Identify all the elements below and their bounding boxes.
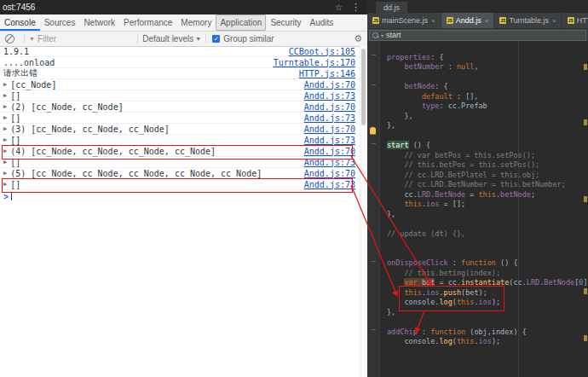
group-similar-checkbox[interactable]: ✓	[212, 35, 220, 43]
source-link[interactable]: HTTP.js:146	[299, 69, 360, 78]
fold-marker[interactable]	[372, 143, 376, 144]
error-stripe-mark[interactable]	[584, 196, 587, 202]
console-message: (3) [cc_Node, cc_Node, cc_Node]	[10, 125, 170, 134]
disclosure-triangle-icon[interactable]: ▶	[3, 114, 7, 121]
fold-marker[interactable]	[372, 84, 376, 85]
filter-input[interactable]: Filter	[37, 34, 56, 44]
console-row: ▶[cc_Node]Andd.js:70	[0, 79, 360, 90]
log-levels-dropdown[interactable]: Default levels	[142, 34, 193, 44]
editor-tab-label: mainScene.js	[382, 16, 428, 25]
editor-tab-mainscene[interactable]: JSmainScene.js×	[367, 13, 441, 28]
search-value: start	[386, 31, 401, 39]
console-prompt[interactable]: >	[0, 190, 364, 202]
console-message: 1.9.1	[3, 47, 29, 56]
disclosure-triangle-icon[interactable]: ▶	[3, 92, 7, 99]
fold-marker[interactable]	[372, 329, 376, 330]
settings-gear-icon[interactable]: ⚙	[354, 33, 362, 44]
code-editor[interactable]: properties: { betNumber : null, betNode:…	[367, 41, 588, 377]
disclosure-triangle-icon[interactable]: ▶	[3, 159, 7, 165]
console-message: (5) [cc_Node, cc_Node, cc_Node, cc_Node,…	[10, 169, 262, 178]
editor-gutter	[367, 41, 380, 377]
disclosure-triangle-icon[interactable]: ▶	[3, 148, 7, 154]
source-link[interactable]: Andd.js:73	[304, 180, 360, 189]
devtools-tab-bar: ConsoleSourcesNetworkPerformanceMemoryAp…	[0, 14, 367, 32]
bookmark-star-icon[interactable]: ☆	[335, 3, 343, 12]
prompt-chevron-icon: >	[3, 192, 9, 201]
source-link[interactable]: Andd.js:70	[304, 125, 360, 134]
code-line: console.log(this.ios);	[387, 298, 588, 308]
code-line: start () {	[387, 141, 588, 151]
console-message: []	[10, 136, 20, 145]
code-line: var bet = cc.instantiate(cc.LRD.BetNode[…	[387, 278, 588, 288]
editor-tab-label: Andd.js	[456, 16, 481, 25]
editor-tab-andd[interactable]: JSAndd.js×	[441, 13, 495, 28]
source-link[interactable]: Andd.js:73	[304, 113, 360, 123]
code-line	[387, 219, 588, 229]
console-row: ▶(5) [cc_Node, cc_Node, cc_Node, cc_Node…	[0, 168, 360, 179]
devtools-tab-application[interactable]: Application	[216, 14, 266, 31]
code-line: console.log(this.ios);	[387, 337, 588, 347]
chevron-down-icon: ▼	[195, 36, 201, 42]
url-text: ost:7456	[3, 3, 35, 12]
source-link[interactable]: CCBoot.js:105	[289, 47, 360, 56]
console-log-area: 1.9.1CCBoot.js:105....onloadTurntable.js…	[0, 46, 360, 190]
scrollbar-thumb[interactable]	[361, 49, 366, 125]
source-link[interactable]: Andd.js:70	[304, 169, 360, 178]
editor-tab-http[interactable]: JSHTTP×	[562, 13, 588, 28]
source-link[interactable]: Andd.js:73	[304, 158, 360, 167]
search-input[interactable]: ▾ start	[369, 30, 586, 41]
clear-console-button[interactable]	[5, 34, 14, 44]
code-line: onDisposeClick : function () {	[387, 258, 588, 269]
close-tab-icon[interactable]: ×	[552, 17, 556, 25]
toolbar-divider	[24, 34, 25, 44]
close-tab-icon[interactable]: ×	[485, 17, 489, 25]
js-file-icon: JS	[447, 17, 453, 24]
error-stripe-mark[interactable]	[584, 335, 587, 341]
devtools-tab-console[interactable]: Console	[0, 14, 40, 31]
fold-marker[interactable]	[372, 55, 376, 55]
fold-marker[interactable]	[372, 261, 376, 262]
console-scrollbar[interactable]	[360, 46, 367, 377]
code-line: // this.betPos = this.setPos();	[387, 160, 588, 171]
error-stripe-mark[interactable]	[584, 64, 587, 70]
source-link[interactable]: Andd.js:73	[304, 91, 360, 101]
disclosure-triangle-icon[interactable]: ▶	[3, 103, 7, 110]
devtools-tab-audits[interactable]: Audits	[306, 14, 338, 31]
intention-bulb-icon[interactable]	[370, 127, 376, 134]
console-message: []	[10, 91, 20, 101]
code-line	[387, 72, 588, 83]
disclosure-triangle-icon[interactable]: ▶	[3, 125, 7, 132]
source-link[interactable]: Turntable.js:170	[274, 58, 360, 67]
kebab-menu-icon[interactable]: ⋮	[351, 2, 360, 13]
console-row: ....onloadTurntable.js:170	[0, 57, 360, 68]
editor-tab-turntable[interactable]: JSTurntable.js×	[494, 13, 562, 28]
source-link[interactable]: Andd.js:73	[304, 136, 360, 145]
console-message: [cc_Node]	[10, 80, 56, 90]
devtools-tab-performance[interactable]: Performance	[119, 14, 176, 31]
source-link[interactable]: Andd.js:70	[304, 147, 360, 156]
code-line: default : [],	[387, 92, 588, 102]
toolbar-divider	[137, 34, 138, 44]
console-message: []	[10, 158, 20, 167]
disclosure-triangle-icon[interactable]: ▶	[3, 170, 7, 177]
code-line: properties: {	[387, 53, 588, 63]
code-line: betNumber : null,	[387, 62, 588, 72]
code-line: this.ios = [];	[387, 200, 588, 210]
console-message: (2) [cc_Node, cc_Node]	[10, 102, 123, 112]
source-link[interactable]: Andd.js:70	[304, 80, 360, 90]
source-link[interactable]: Andd.js:70	[304, 102, 360, 112]
error-stripe-mark[interactable]	[584, 119, 587, 125]
devtools-tab-memory[interactable]: Memory	[176, 14, 216, 31]
devtools-tab-sources[interactable]: Sources	[40, 14, 80, 31]
error-stripe-mark[interactable]	[584, 288, 587, 294]
disclosure-triangle-icon[interactable]: ▶	[3, 81, 7, 88]
devtools-tab-network[interactable]: Network	[79, 14, 119, 31]
console-row: ▶(4) [cc_Node, cc_Node, cc_Node, cc_Node…	[0, 146, 360, 157]
ide-window-tab[interactable]: dd.js	[376, 2, 407, 13]
search-history-chevron-icon[interactable]: ▾	[381, 32, 383, 38]
devtools-tab-security[interactable]: Security	[266, 14, 305, 31]
close-tab-icon[interactable]: ×	[431, 17, 435, 25]
js-file-icon: JS	[372, 17, 379, 24]
disclosure-triangle-icon[interactable]: ▶	[3, 136, 7, 143]
disclosure-triangle-icon[interactable]: ▶	[3, 181, 7, 188]
